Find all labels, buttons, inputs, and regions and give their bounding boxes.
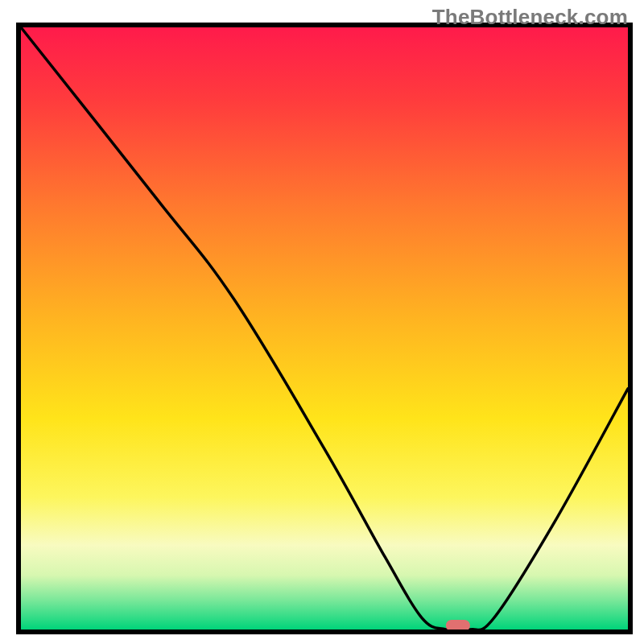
gradient-background (21, 27, 628, 630)
optimal-marker (446, 620, 470, 631)
watermark-label: TheBottleneck.com (432, 5, 628, 30)
bottleneck-chart: TheBottleneck.com (0, 0, 644, 644)
chart-canvas (0, 0, 644, 644)
